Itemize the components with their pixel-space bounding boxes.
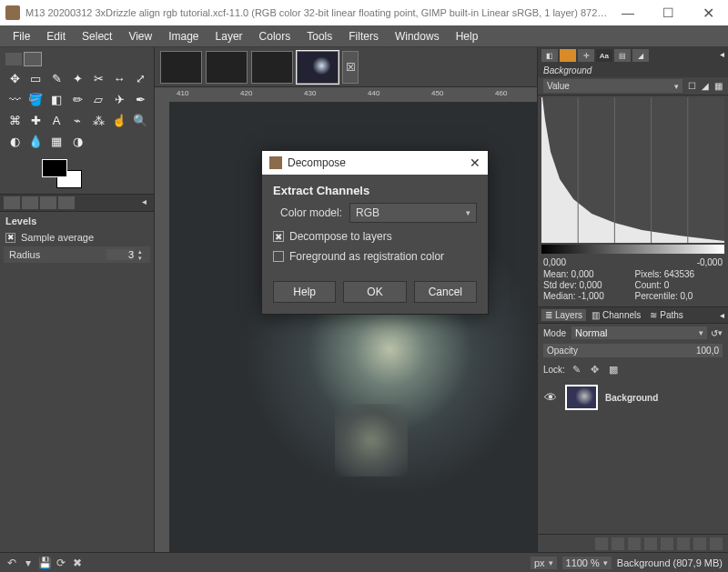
document-history-tab-icon[interactable]: ▤ [614,49,631,62]
pencil-tool-icon[interactable]: ✏ [68,90,86,108]
font-tab-icon[interactable]: Aa [596,49,612,62]
heal-tool-icon[interactable]: ✚ [26,111,45,129]
new-layer-icon[interactable] [595,537,608,550]
help-button[interactable]: Help [273,281,336,303]
histogram-tab-active-icon[interactable]: ◢ [632,49,649,62]
duplicate-layer-icon[interactable] [661,537,673,550]
layer-name[interactable]: Background [605,393,658,403]
sb-image-menu-icon[interactable]: ▾ [22,557,35,569]
tool-options-tab-3[interactable] [40,196,56,209]
menu-edit[interactable]: Edit [39,28,73,45]
toolbox-tab-1[interactable] [5,53,22,65]
airbrush-tool-icon[interactable]: ✈ [110,90,128,108]
rect-select-icon[interactable]: ▭ [26,69,45,87]
window-close-button[interactable]: ✕ [688,0,728,25]
layer-opacity-slider[interactable]: Opacity 100,0 [543,344,723,357]
status-unit-select[interactable]: px ▾ [531,557,557,569]
layer-mode-select[interactable]: Normal ▾ [571,326,707,339]
merge-layer-icon[interactable] [677,537,690,550]
radius-input[interactable] [106,249,134,260]
menu-view[interactable]: View [121,28,159,45]
delete-layer-icon[interactable] [710,537,723,550]
radius-step-up-icon[interactable]: ▴ [136,248,145,255]
layer-group-icon[interactable] [612,537,624,550]
menu-image[interactable]: Image [161,28,206,45]
menu-layer[interactable]: Layer [208,28,250,45]
histogram-log-icon[interactable]: ◢ [702,81,709,91]
gradient-tool-icon[interactable]: ◧ [47,90,66,108]
histogram-tab-1[interactable]: ◧ [541,49,558,62]
menu-help[interactable]: Help [449,28,486,45]
tab-paths[interactable]: ≋Paths [646,309,687,321]
histogram-channel-select[interactable]: Value ▾ [543,79,682,93]
toolbox-tab-2[interactable] [25,53,41,65]
window-maximize-button[interactable]: ☐ [648,0,688,25]
sb-refresh-icon[interactable]: ⟳ [55,557,67,569]
eraser-tool-icon[interactable]: ▱ [89,90,107,108]
menu-filters[interactable]: Filters [341,28,386,45]
image-tab-1[interactable] [160,51,202,84]
sb-undo-history-icon[interactable]: ↶ [5,557,18,569]
menu-tools[interactable]: Tools [299,28,339,45]
sample-average-checkbox[interactable]: ✖ [5,233,15,243]
path-tool-icon[interactable]: ⌁ [68,111,86,129]
blur-tool-icon[interactable]: 💧 [26,132,45,150]
tab-channels[interactable]: ▥Channels [588,309,644,321]
menu-file[interactable]: File [5,28,37,45]
lock-position-icon[interactable]: ✥ [589,363,602,376]
dialog-titlebar[interactable]: Decompose ✕ [262,151,488,175]
fg-bg-swatch[interactable] [42,159,82,188]
foreground-registration-checkbox[interactable] [273,251,284,262]
decompose-to-layers-checkbox[interactable]: ✖ [273,231,284,242]
measure-tool-icon[interactable]: ↔ [110,69,128,87]
ink-tool-icon[interactable]: ✒ [131,90,149,108]
ok-button[interactable]: OK [343,281,406,303]
histogram-linear-icon[interactable]: ☐ [688,81,696,91]
fuzzy-select-icon[interactable]: ✦ [68,69,86,87]
menu-windows[interactable]: Windows [388,28,447,45]
pointer-tab-icon[interactable]: ✛ [578,49,594,62]
layer-item[interactable]: 👁 Background [543,383,723,412]
lock-paint-icon[interactable]: ✎ [571,363,583,376]
warp-tool-icon[interactable]: 〰 [5,90,24,108]
image-tab-4[interactable] [297,51,339,84]
tool-options-tab-1[interactable] [4,196,20,209]
status-zoom-select[interactable]: 1100 % ▾ [562,557,612,569]
lock-alpha-icon[interactable]: ▩ [607,363,620,376]
sb-delete-icon[interactable]: ✖ [71,557,84,569]
horizontal-ruler[interactable]: 410 420 430 440 450 460 [169,87,537,102]
color-model-select[interactable]: RGB ▾ [349,203,477,223]
radius-step-down-icon[interactable]: ▾ [136,255,145,261]
text-tool-icon[interactable]: A [47,111,66,129]
dodge-tool-icon[interactable]: ◐ [5,132,24,150]
menu-colors[interactable]: Colors [252,28,298,45]
hist-tabs-menu-icon[interactable]: ◂ [720,49,724,62]
color-picker-icon[interactable]: ⁂ [89,111,107,129]
cage-tool-icon[interactable]: ▦ [47,132,66,150]
image-tab-2[interactable] [206,51,248,84]
cancel-button[interactable]: Cancel [414,281,477,303]
layers-tab-menu-icon[interactable]: ◂ [720,310,724,320]
transform-tool-icon[interactable]: ⤢ [131,69,149,87]
tab-layers[interactable]: ≣Layers [541,309,586,321]
sb-save-icon[interactable]: 💾 [38,557,51,569]
dialog-close-button[interactable]: ✕ [470,156,480,170]
tool-options-tab-2[interactable] [22,196,38,209]
histogram-tab-2[interactable] [560,49,576,62]
raise-layer-icon[interactable] [628,537,641,550]
tool-options-tab-menu-icon[interactable]: ◂ [142,196,150,209]
move-tool-icon[interactable]: ✥ [5,69,24,87]
layer-thumbnail[interactable] [565,385,598,410]
bucket-fill-icon[interactable]: 🪣 [26,90,45,108]
lower-layer-icon[interactable] [644,537,657,550]
menu-select[interactable]: Select [75,28,119,45]
image-tab-3[interactable] [251,51,293,84]
layer-visibility-icon[interactable]: 👁 [543,390,558,405]
free-select-icon[interactable]: ✎ [47,69,66,87]
window-minimize-button[interactable]: — [608,0,648,25]
crop-tool-icon[interactable]: ✂ [89,69,107,87]
foreground-color-swatch[interactable] [42,159,67,177]
desaturate-tool-icon[interactable]: ◑ [68,132,86,150]
chevron-down-icon[interactable]: ▾ [718,328,723,337]
mask-layer-icon[interactable] [693,537,706,550]
